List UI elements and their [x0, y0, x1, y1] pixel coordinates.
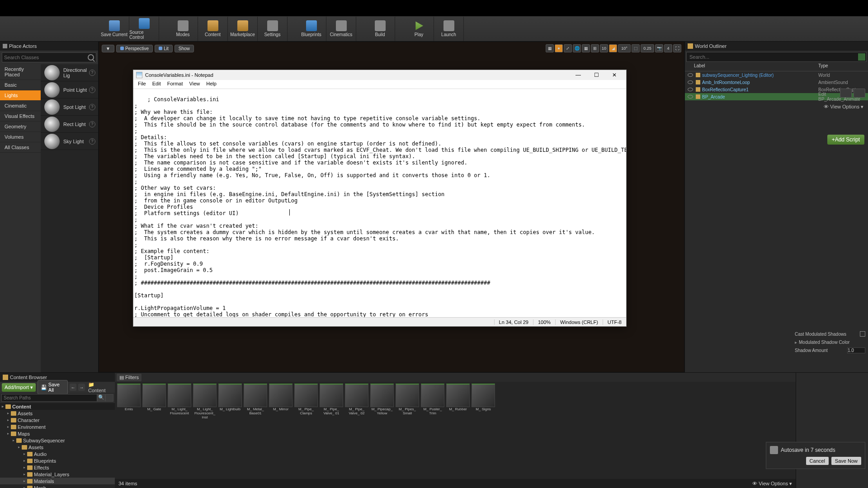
visibility-icon[interactable] — [688, 95, 693, 99]
category-visual-effects[interactable]: Visual Effects — [0, 111, 41, 122]
scale-snap-value[interactable]: 0.25 — [641, 44, 654, 52]
visibility-icon[interactable] — [688, 80, 693, 84]
tree-item-materials[interactable]: ▸Materials — [0, 478, 115, 484]
tree-item-audio[interactable]: ▸Audio — [0, 450, 115, 457]
category-recently-placed[interactable]: Recently Placed — [0, 64, 41, 80]
asset-emis[interactable]: Emis — [117, 384, 141, 420]
launch-button[interactable]: Launch — [434, 17, 464, 41]
lit-dropdown[interactable]: Lit — [155, 45, 173, 52]
asset-m_rubber[interactable]: M_ Rubber — [446, 384, 470, 420]
camera-speed-value[interactable]: 4 — [664, 44, 672, 52]
vp-tool-1[interactable]: ▦ — [546, 44, 554, 52]
grid-snap-value[interactable]: 10 — [600, 44, 608, 52]
tree-item-character[interactable]: ▸Character — [0, 417, 115, 423]
tree-item-subwaysequencer[interactable]: ▸SubwaySequencer — [0, 437, 115, 444]
save-current-button[interactable]: Save Current — [99, 17, 129, 41]
grid-snap[interactable]: ⊞ — [591, 44, 599, 52]
asset-m_pipe_valve_01[interactable]: M_ Pipe_ Valve_ 01 — [319, 384, 344, 420]
tree-item-maps[interactable]: ▸Maps — [0, 430, 115, 437]
asset-m_metal_base01[interactable]: M_ Metal_ Base01 — [243, 384, 268, 420]
rt-1[interactable] — [840, 89, 852, 98]
source-control-button[interactable]: Source Control — [129, 17, 159, 41]
tree-item-assets[interactable]: ▸Assets — [0, 444, 115, 450]
minimize-button[interactable]: — — [569, 70, 587, 80]
expand-icon[interactable]: ▸ — [7, 418, 11, 422]
expand-icon[interactable]: ▸ — [24, 479, 27, 483]
outliner-view-options[interactable]: 👁 View Options ▾ — [824, 104, 863, 110]
search-paths-input[interactable] — [1, 394, 97, 402]
save-all-button[interactable]: 💾 Save All — [38, 380, 68, 394]
expand-icon[interactable]: ▸ — [2, 404, 5, 408]
menu-edit[interactable]: Edit — [150, 80, 164, 89]
category-lights[interactable]: Lights — [0, 90, 41, 101]
expand-icon[interactable]: ▸ — [7, 425, 11, 429]
close-button[interactable]: ✕ — [605, 70, 623, 80]
menu-help[interactable]: Help — [203, 80, 219, 89]
light-item-sky-light[interactable]: Sky Light? — [41, 133, 98, 150]
vp-tool-3[interactable]: ⤢ — [564, 44, 572, 52]
tree-item-environment[interactable]: ▸Environment — [0, 423, 115, 430]
save-now-button[interactable]: Save Now — [831, 457, 861, 465]
vp-tool-5[interactable]: ▦ — [582, 44, 590, 52]
expand-icon[interactable]: ▸ — [7, 411, 11, 415]
asset-m_light_flourescent[interactable]: M_ Light_ Flourescent — [167, 384, 192, 420]
light-item-point-light[interactable]: Point Light? — [41, 81, 98, 99]
asset-m_gate[interactable]: M_ Gate — [142, 384, 166, 420]
category-geometry[interactable]: Geometry — [0, 122, 41, 132]
light-item-spot-light[interactable]: Spot Light? — [41, 99, 98, 116]
tree-item-content[interactable]: ▸Content — [0, 403, 115, 410]
show-dropdown[interactable]: Show — [175, 45, 194, 52]
nav-forward[interactable]: → — [78, 384, 85, 391]
asset-m_pipes_small[interactable]: M_ Pipes_ Small — [395, 384, 420, 420]
tree-item-material_layers[interactable]: ▸Material_Layers — [0, 471, 115, 478]
light-item-directional-lig[interactable]: Directional Lig? — [41, 64, 98, 81]
help-icon[interactable]: ? — [89, 70, 95, 76]
asset-m_light_flourescent_inst[interactable]: M_ Light_ Flourescent_ Inst — [193, 384, 217, 420]
menu-file[interactable]: File — [135, 80, 149, 89]
expand-icon[interactable]: ▸ — [24, 459, 27, 463]
shadow-amt-input[interactable] — [847, 347, 865, 353]
maximize-button[interactable]: ☐ — [587, 70, 605, 80]
rt-2[interactable] — [854, 89, 865, 98]
cast-shadows-checkbox[interactable] — [860, 331, 865, 337]
viewport-menu[interactable]: ▼ — [102, 45, 114, 52]
cinematics-button[interactable]: Cinematics — [326, 17, 356, 41]
asset-m_pipe_clamps[interactable]: M_ Pipe_ Clamps — [294, 384, 318, 420]
blueprints-button[interactable]: Blueprints — [297, 17, 326, 41]
build-button[interactable]: Build — [365, 17, 395, 41]
expand-icon[interactable]: ▸ — [24, 486, 27, 488]
nav-back[interactable]: ← — [70, 384, 76, 391]
tree-item-effects[interactable]: ▸Effects — [0, 464, 115, 471]
help-icon[interactable]: ? — [89, 138, 95, 145]
category-all-classes[interactable]: All Classes — [0, 142, 41, 153]
modes-button[interactable]: Modes — [168, 17, 198, 41]
add-import-button[interactable]: Add/Import ▾ — [2, 383, 36, 392]
outliner-row[interactable]: subwaySequencer_Lighting (Editor)World — [685, 71, 868, 79]
filters-dropdown[interactable]: ▤ Filters — [117, 374, 142, 381]
outliner-filter-button[interactable] — [858, 53, 865, 61]
expand-icon[interactable]: ▸ — [795, 340, 797, 345]
menu-view[interactable]: View — [187, 80, 203, 89]
help-icon[interactable]: ? — [89, 104, 95, 110]
settings-button[interactable]: Settings — [258, 17, 288, 41]
rotation-snap-value[interactable]: 10° — [618, 44, 631, 52]
notepad-text-area[interactable]: ; ConsoleVariables.ini ; ; Why we have t… — [133, 89, 626, 317]
expand-icon[interactable]: ▸ — [24, 452, 27, 456]
expand-icon[interactable]: ▸ — [7, 432, 11, 436]
light-item-rect-light[interactable]: Rect Light? — [41, 116, 98, 133]
search-classes-input[interactable] — [2, 55, 88, 60]
path-toggle[interactable] — [105, 394, 113, 402]
help-icon[interactable]: ? — [89, 121, 95, 127]
add-script-button[interactable]: +Add Script — [827, 135, 864, 145]
vp-tool-2[interactable]: ● — [555, 44, 563, 52]
tree-item-mesh[interactable]: ▸Mesh — [0, 484, 115, 488]
visibility-icon[interactable] — [688, 73, 693, 77]
asset-m_pipecap_yellow[interactable]: M_ Pipecap_ Yellow — [370, 384, 394, 420]
scale-snap[interactable]: ⬚ — [632, 44, 640, 52]
cancel-button[interactable]: Cancel — [806, 457, 829, 465]
asset-m_poster_trim[interactable]: M_ Poster_ Trim — [420, 384, 445, 420]
menu-format[interactable]: Format — [165, 80, 186, 89]
asset-m_mirror[interactable]: M_ Mirror — [269, 384, 293, 420]
vp-tool-4[interactable]: 🌐 — [573, 44, 581, 52]
category-volumes[interactable]: Volumes — [0, 132, 41, 142]
